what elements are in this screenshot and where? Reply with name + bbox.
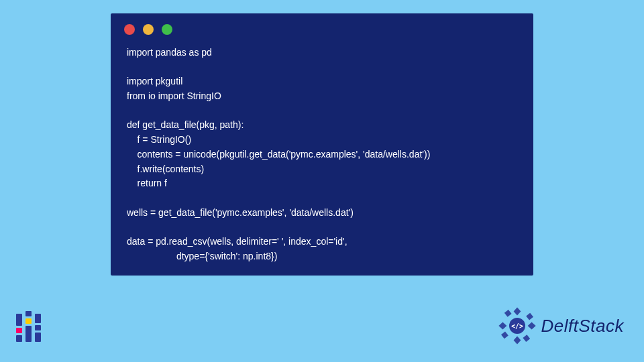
logo-bar bbox=[35, 325, 41, 330]
logo-bar bbox=[25, 318, 32, 324]
logo-bar bbox=[35, 333, 41, 342]
logo-bar bbox=[35, 314, 41, 323]
logo-bar bbox=[25, 311, 32, 316]
badge-text: </> bbox=[511, 322, 523, 330]
code-body: import pandas as pd import pkgutil from … bbox=[111, 40, 533, 263]
logo-bar bbox=[16, 335, 22, 342]
bars-logo-icon bbox=[16, 314, 42, 342]
brand-name: DelftStack bbox=[541, 316, 625, 337]
delftstack-badge-icon: </> bbox=[497, 306, 537, 346]
delftstack-logo: </> DelftStack bbox=[497, 306, 625, 346]
window-titlebar bbox=[111, 13, 533, 40]
minimize-icon[interactable] bbox=[143, 24, 154, 35]
maximize-icon[interactable] bbox=[162, 24, 172, 35]
logo-bar bbox=[16, 314, 22, 326]
code-window: import pandas as pd import pkgutil from … bbox=[111, 13, 533, 276]
logo-bar bbox=[25, 326, 32, 342]
close-icon[interactable] bbox=[124, 24, 135, 35]
logo-bar bbox=[16, 328, 22, 333]
